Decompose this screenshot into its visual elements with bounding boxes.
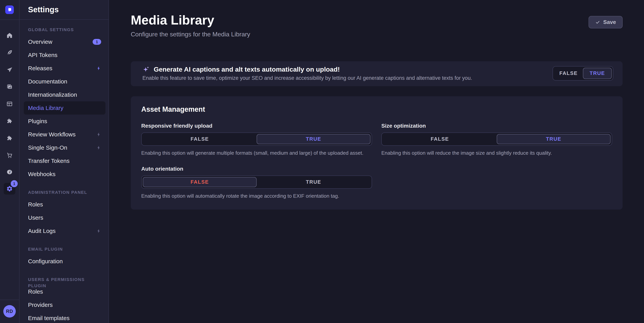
toggle-option-false[interactable]: FALSE (143, 134, 257, 144)
asset-management-panel: Asset Management Responsive friendly upl… (131, 96, 622, 210)
field-label: Auto orientation (141, 166, 372, 172)
feather-icon[interactable] (4, 47, 15, 58)
sidebar-section-label: Users & Permissions plugin (20, 276, 108, 283)
field-hint: Enabling this option will reduce the ima… (381, 150, 612, 156)
sidebar-item-transfer-tokens[interactable]: Transfer Tokens (24, 154, 106, 168)
page-header-text: Media Library Configure the settings for… (131, 13, 250, 38)
sidebar-item-plugins[interactable]: Plugins (24, 114, 106, 128)
sidebar-header: Settings (20, 0, 108, 20)
ai-banner-title-row: Generate AI captions and alt texts autom… (142, 66, 472, 73)
field-hint: Enabling this option will generate multi… (141, 150, 372, 156)
sidebar-item-roles[interactable]: Roles (24, 198, 106, 211)
sidebar-item-single-sign-on[interactable]: Single Sign-On (24, 141, 106, 154)
sidebar-item-label: Roles (28, 201, 101, 208)
sidebar-section-label: Global settings (20, 27, 108, 33)
sidebar-item-label: Single Sign-On (28, 144, 96, 151)
sidebar-item-configuration[interactable]: Configuration (24, 255, 106, 268)
sparkles-icon (142, 66, 150, 73)
sidebar-item-label: Audit Logs (28, 228, 96, 234)
field-label: Responsive friendly upload (141, 123, 372, 129)
sidebar-section-label: Email plugin (20, 246, 108, 252)
sidebar-item-label: Transfer Tokens (28, 158, 101, 164)
rail-header (0, 0, 19, 20)
ai-banner-description: Enable this feature to save time, optimi… (142, 75, 472, 81)
field-label: Size optimization (381, 123, 612, 129)
sidebar-sections: Global settingsOverview1API TokensReleas… (20, 20, 108, 323)
page-header: Media Library Configure the settings for… (131, 0, 622, 38)
panel-title: Asset Management (141, 105, 612, 114)
page-title: Media Library (131, 13, 250, 28)
home-icon[interactable] (4, 30, 15, 41)
sidebar-item-label: Configuration (28, 258, 101, 265)
content-type-builder-icon[interactable] (4, 98, 15, 110)
fields-grid: Responsive friendly upload FALSE TRUE En… (141, 123, 612, 199)
sidebar-item-audit-logs[interactable]: Audit Logs (24, 224, 106, 238)
sidebar-item-documentation[interactable]: Documentation (24, 75, 106, 88)
settings-gear-icon[interactable]: 1 (4, 183, 15, 194)
sidebar-item-internationalization[interactable]: Internationalization (24, 88, 106, 102)
sidebar-item-users[interactable]: Users (24, 211, 106, 224)
responsive-friendly-upload-toggle[interactable]: FALSE TRUE (141, 132, 372, 146)
strapi-logo-icon[interactable] (5, 6, 14, 14)
ai-banner-text: Generate AI captions and alt texts autom… (142, 66, 472, 81)
sidebar-item-label: Users (28, 214, 101, 221)
media-library-icon[interactable] (4, 81, 15, 92)
save-button-label: Save (603, 19, 616, 25)
sidebar-item-providers[interactable]: Providers (24, 298, 106, 312)
sidebar-item-label: Media Library (28, 105, 101, 111)
sidebar-item-label: API Tokens (28, 52, 101, 58)
sidebar-item-label: Providers (28, 302, 101, 308)
ai-banner: Generate AI captions and alt texts autom… (131, 61, 622, 86)
field-hint: Enabling this option will automatically … (141, 193, 372, 199)
paper-plane-icon[interactable] (4, 64, 15, 76)
sidebar-item-releases[interactable]: Releases (24, 62, 106, 75)
ai-banner-title: Generate AI captions and alt texts autom… (154, 66, 340, 73)
lightning-bolt-icon (96, 132, 101, 137)
main-content: Media Library Configure the settings for… (109, 0, 644, 323)
toggle-option-false[interactable]: FALSE (383, 134, 497, 144)
app-root: i 1 RD Settings Global settingsOverview1… (0, 0, 644, 323)
sidebar-item-webhooks[interactable]: Webhooks (24, 168, 106, 181)
sidebar-item-label: Releases (28, 65, 96, 72)
sidebar-title: Settings (28, 5, 59, 14)
check-icon (595, 20, 600, 25)
settings-sidebar: Settings Global settingsOverview1API Tok… (20, 0, 109, 323)
rail-footer: RD (0, 300, 19, 323)
strapi-logo-glyph (7, 7, 12, 12)
nav-rail: i 1 RD (0, 0, 20, 323)
save-button[interactable]: Save (588, 16, 622, 28)
sidebar-item-api-tokens[interactable]: API Tokens (24, 48, 106, 62)
toggle-option-true[interactable]: TRUE (583, 68, 612, 79)
rail-icons: i 1 (4, 20, 15, 300)
info-icon[interactable]: i (4, 166, 15, 178)
auto-orientation-toggle[interactable]: FALSE TRUE (141, 176, 372, 189)
lightning-bolt-icon (96, 145, 101, 150)
cart-icon[interactable] (4, 150, 15, 161)
sidebar-item-email-templates[interactable]: Email templates (24, 312, 106, 323)
size-optimization-toggle[interactable]: FALSE TRUE (381, 132, 612, 146)
field-auto-orientation: Auto orientation FALSE TRUE Enabling thi… (141, 166, 372, 199)
plugins-puzzle-icon[interactable] (4, 115, 15, 127)
sidebar-item-review-workflows[interactable]: Review Workflows (24, 128, 106, 141)
toggle-option-true[interactable]: TRUE (257, 177, 370, 187)
sidebar-item-label: Review Workflows (28, 131, 96, 138)
lightning-bolt-icon (96, 66, 101, 71)
sidebar-item-overview[interactable]: Overview1 (24, 35, 106, 48)
toggle-option-false[interactable]: FALSE (554, 68, 583, 79)
notification-badge: 1 (92, 39, 101, 45)
field-size-optimization: Size optimization FALSE TRUE Enabling th… (381, 123, 612, 156)
sidebar-item-label: Internationalization (28, 92, 101, 98)
field-responsive-friendly-upload: Responsive friendly upload FALSE TRUE En… (141, 123, 372, 156)
toggle-option-false[interactable]: FALSE (143, 177, 257, 187)
sidebar-item-label: Roles (28, 288, 101, 295)
sidebar-item-label: Webhooks (28, 171, 101, 178)
user-avatar[interactable]: RD (3, 305, 16, 318)
page-subtitle: Configure the settings for the Media Lib… (131, 31, 250, 38)
marketplace-puzzle-icon[interactable] (4, 132, 15, 144)
sidebar-item-label: Overview (28, 38, 92, 45)
toggle-option-true[interactable]: TRUE (497, 134, 610, 144)
ai-captions-toggle[interactable]: FALSE TRUE (552, 66, 613, 80)
toggle-option-true[interactable]: TRUE (257, 134, 370, 144)
sidebar-item-label: Documentation (28, 78, 101, 85)
sidebar-item-media-library[interactable]: Media Library (24, 102, 106, 114)
